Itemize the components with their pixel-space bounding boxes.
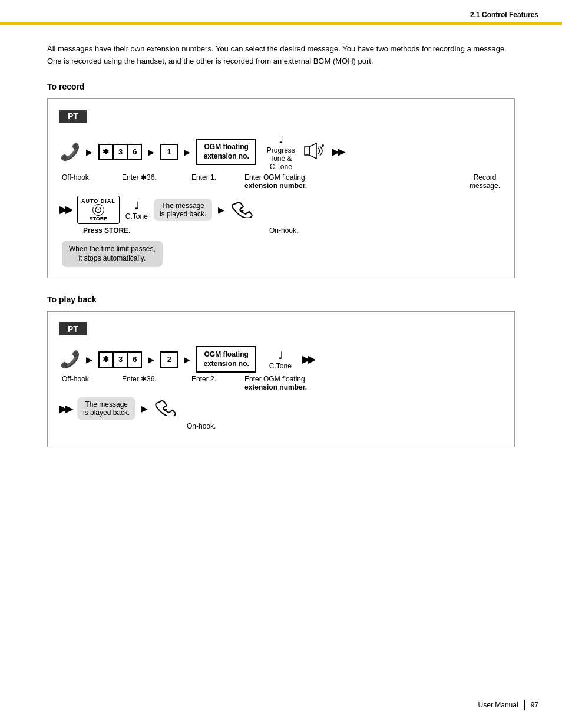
- double-arrow-pb1: ▶▶: [302, 354, 314, 365]
- record-label: Record message.: [467, 173, 503, 190]
- message-played-callout-pb: The message is played back.: [77, 397, 135, 420]
- star-key: ✱: [98, 144, 113, 160]
- onhook-label-record: On-hook.: [269, 226, 298, 235]
- footer-divider: [524, 700, 525, 710]
- star-key-pb: ✱: [98, 351, 113, 368]
- page-content: All messages have their own extension nu…: [0, 25, 562, 487]
- enter2-label-pb: Enter 2.: [191, 375, 227, 383]
- user-manual-label: User Manual: [478, 701, 518, 709]
- double-arrow1: ▶▶: [332, 146, 343, 157]
- key3: 3: [113, 144, 127, 160]
- playback-diagram-box: PT 📞 ▶ ✱36 ▶ 2 ▶ OGM floati: [47, 311, 515, 447]
- key6-pb: 6: [127, 351, 142, 368]
- playback-row2-icons: ▶▶ The message is played back. ▶: [59, 397, 503, 420]
- key6: 6: [127, 144, 142, 160]
- arrow-pb3: ▶: [184, 355, 190, 364]
- offhook-phone-icon: 📞: [59, 142, 80, 162]
- onhook-phone-icon-record: [230, 199, 253, 221]
- onhook-phone-icon-pb: [154, 397, 176, 420]
- enter-ogm-label-pb: Enter OGM floating extension number.: [244, 375, 315, 391]
- record-row2-labels: Press STORE. On-hook.: [59, 226, 503, 235]
- arrow3: ▶: [184, 147, 190, 157]
- record-section: To record PT 📞 ▶ ✱36 ▶ 1: [47, 82, 515, 279]
- arrow4: ▶: [218, 205, 224, 215]
- arrow-pb4: ▶: [141, 404, 148, 413]
- enter1-label: Enter 1.: [191, 173, 227, 182]
- progress-tone-area: ♩ Progress Tone & C.Tone: [267, 133, 295, 171]
- page-header: 2.1 Control Features: [0, 0, 562, 24]
- page-footer: User Manual 97: [478, 700, 538, 710]
- intro-text: All messages have their own extension nu…: [47, 43, 515, 68]
- star36-keys: ✱36: [98, 144, 142, 160]
- note-bubble: When the time limit passes, it stops aut…: [62, 241, 163, 268]
- arrow-pb1: ▶: [86, 355, 92, 364]
- svg-rect-0: [305, 147, 309, 155]
- svg-point-2: [322, 144, 324, 147]
- key1: 1: [160, 144, 178, 160]
- arrow2: ▶: [148, 147, 154, 157]
- record-speaker-icon: [303, 142, 326, 162]
- offhook-label: Off-hook.: [62, 173, 102, 182]
- enter-ogm-label: Enter OGM floating extension number.: [244, 173, 315, 190]
- record-diagram-box: PT 📞 ▶ ✱36 ▶ 1 ▶ OGM floati: [47, 98, 515, 279]
- playback-row2-labels: On-hook.: [59, 422, 503, 430]
- store-btn-icon: AUTO DIAL ⊙ STORE: [77, 196, 120, 224]
- enter-star36-label-pb: Enter ✱36.: [122, 375, 174, 383]
- ogm-box-record: OGM floating extension no.: [196, 139, 256, 165]
- key3-pb: 3: [113, 351, 127, 368]
- message-played-callout-record: The message is played back.: [154, 199, 212, 221]
- arrow-pb2: ▶: [148, 355, 154, 364]
- header-title: 2.1 Control Features: [470, 11, 538, 19]
- double-arrow-pb2: ▶▶: [59, 403, 71, 414]
- arrow1: ▶: [86, 147, 92, 157]
- record-row2-icons: ▶▶ AUTO DIAL ⊙ STORE ♩ C.Tone The messag…: [59, 196, 503, 224]
- enter-star36-label: Enter ✱36.: [122, 173, 174, 182]
- record-row1-labels: Off-hook. Enter ✱36. Enter 1. Enter OGM …: [59, 173, 503, 190]
- playback-section: To play back PT 📞 ▶ ✱36 ▶ 2: [47, 295, 515, 447]
- press-store-label: Press STORE.: [83, 226, 142, 235]
- note-area: When the time limit passes, it stops aut…: [59, 241, 503, 268]
- offhook-phone-icon-pb: 📞: [59, 350, 80, 369]
- offhook-label-pb: Off-hook.: [62, 375, 102, 383]
- key2-pb: 2: [160, 351, 178, 368]
- double-arrow2: ▶▶: [59, 204, 71, 215]
- playback-row1-icons: 📞 ▶ ✱36 ▶ 2 ▶ OGM floating extension no.: [59, 346, 503, 373]
- pt-label-playback: PT: [59, 322, 503, 346]
- ctone-area-pb: ♩ C.Tone: [269, 349, 292, 370]
- ogm-box-pb: OGM floating extension no.: [196, 346, 256, 373]
- record-section-title: To record: [47, 82, 515, 91]
- ctone-area2: ♩ C.Tone: [125, 199, 148, 220]
- pt-label-record: PT: [59, 110, 503, 133]
- page-number: 97: [531, 701, 538, 709]
- star36-keys-pb: ✱36: [98, 351, 142, 368]
- playback-row1-labels: Off-hook. Enter ✱36. Enter 2. Enter OGM …: [59, 375, 503, 391]
- svg-marker-1: [309, 143, 316, 159]
- record-row1-icons: 📞 ▶ ✱36 ▶ 1 ▶ OGM floating extension no.: [59, 133, 503, 171]
- onhook-label-pb: On-hook.: [187, 422, 216, 430]
- playback-section-title: To play back: [47, 295, 515, 304]
